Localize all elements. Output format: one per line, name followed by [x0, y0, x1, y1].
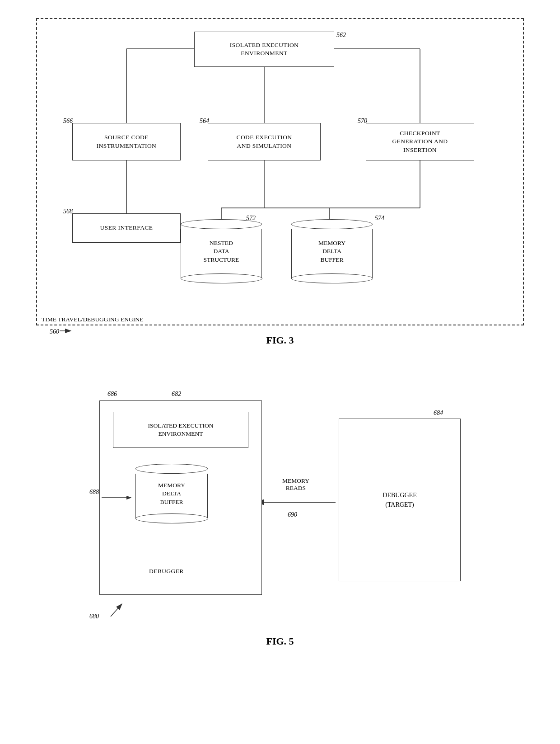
user-interface-box: USER INTERFACE: [72, 213, 181, 243]
ref-574: 574: [375, 215, 384, 222]
isolated-exec-label: ISOLATED EXECUTION ENVIRONMENT: [230, 41, 299, 57]
debuggee-box: DEBUGGEE (TARGET): [339, 419, 461, 581]
ref-564: 564: [200, 118, 209, 125]
ref-688-arrow: [102, 494, 135, 501]
fig5-cylinder-bottom: [135, 513, 208, 523]
nested-data-cylinder: NESTED DATA STRUCTURE: [181, 219, 262, 279]
cylinder-body-nested: NESTED DATA STRUCTURE: [181, 229, 262, 279]
checkpoint-box: CHECKPOINT GENERATION AND INSERTION: [366, 123, 474, 160]
fig3-diagram: ISOLATED EXECUTION ENVIRONMENT 562 SOURC…: [36, 18, 524, 371]
nested-data-label: NESTED DATA STRUCTURE: [201, 235, 242, 273]
ref-566: 566: [63, 118, 73, 125]
cylinder-body-memory: MEMORY DELTA BUFFER: [291, 229, 373, 279]
source-code-label: SOURCE CODE INSTRUMENTATION: [97, 133, 157, 150]
source-code-box: SOURCE CODE INSTRUMENTATION: [72, 123, 181, 160]
ref-690: 690: [288, 511, 297, 518]
fig5-memory-delta-cylinder: MEMORY DELTA BUFFER: [135, 464, 208, 519]
cylinder-top-nested: [181, 219, 262, 229]
svg-line-16: [111, 604, 122, 617]
ref-682: 682: [172, 391, 181, 398]
user-interface-label: USER INTERFACE: [100, 224, 153, 232]
cylinder-bottom-memory: [291, 273, 373, 283]
fig5-cylinder-body: MEMORY DELTA BUFFER: [135, 474, 208, 519]
cylinder-bottom-nested: [181, 273, 262, 283]
memory-reads-label: MEMORY READS: [266, 477, 325, 492]
isolated-exec-box: ISOLATED EXECUTION ENVIRONMENT: [194, 32, 334, 67]
page: ISOLATED EXECUTION ENVIRONMENT 562 SOURC…: [0, 0, 560, 744]
memory-delta-cylinder: MEMORY DELTA BUFFER: [291, 219, 373, 279]
fig5-cylinder-top: [135, 464, 208, 474]
checkpoint-label: CHECKPOINT GENERATION AND INSERTION: [392, 129, 448, 154]
debugger-label: DEBUGGER: [149, 568, 184, 575]
time-travel-label: TIME TRAVEL/DEBUGGING ENGINE: [40, 316, 145, 323]
fig5-caption: FIG. 5: [27, 636, 533, 647]
ref-686: 686: [107, 391, 117, 398]
fig5-memory-delta-label: MEMORY DELTA BUFFER: [156, 477, 187, 515]
code-exec-box: CODE EXECUTION AND SIMULATION: [208, 123, 321, 160]
debuggee-label: DEBUGGEE (TARGET): [383, 490, 416, 509]
ref-680: 680: [89, 613, 99, 620]
ref-688: 688: [89, 489, 99, 496]
cylinder-top-memory: [291, 219, 373, 229]
memory-delta-label: MEMORY DELTA BUFFER: [316, 235, 348, 273]
ref-562: 562: [336, 32, 346, 39]
memory-reads-text: MEMORY READS: [282, 477, 309, 491]
isolated-exec-inner-box: ISOLATED EXECUTION ENVIRONMENT: [113, 412, 248, 448]
ref-568: 568: [63, 208, 73, 215]
ref-684: 684: [434, 410, 443, 417]
code-exec-label: CODE EXECUTION AND SIMULATION: [236, 133, 292, 150]
ref-560-arrow: [60, 328, 73, 334]
ref-570: 570: [358, 118, 367, 125]
ref-560: 560: [50, 328, 59, 335]
fig5-diagram: 686 ISOLATED EXECUTION ENVIRONMENT 682 M…: [77, 369, 483, 631]
isolated-exec-inner-label: ISOLATED EXECUTION ENVIRONMENT: [148, 422, 213, 438]
